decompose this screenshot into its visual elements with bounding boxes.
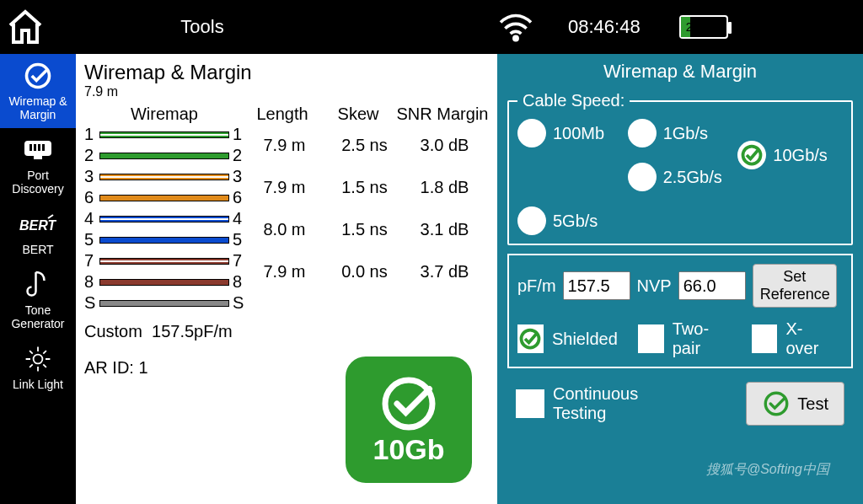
- speed-option-10gbs[interactable]: 10Gb/s: [737, 141, 843, 169]
- col-snr: SNR Margin: [396, 105, 489, 124]
- radio-icon: [517, 206, 546, 235]
- wire-row: SS: [84, 292, 244, 314]
- custom-value: 157.5pF/m: [152, 322, 233, 340]
- radio-icon: [517, 119, 546, 147]
- custom-label: Custom: [84, 322, 142, 340]
- sidebar-item-label: BERT: [22, 243, 53, 256]
- clock-value: 08:46:48: [568, 16, 641, 38]
- set-reference-button[interactable]: Set Reference: [753, 264, 837, 308]
- params-box: pF/m NVP Set Reference ShieldedTwo-pairX…: [507, 254, 853, 368]
- svg-text:BERT: BERT: [19, 218, 56, 233]
- checkbox-label: Two-pair: [673, 319, 732, 358]
- check-icon: [379, 374, 438, 433]
- test-button[interactable]: Test: [746, 382, 844, 426]
- link-icon: [19, 344, 56, 374]
- data-row: 8.0 m1.5 ns3.1 dB: [244, 208, 489, 250]
- pfm-label: pF/m: [517, 276, 556, 296]
- wire-row: 55: [84, 229, 244, 250]
- checkbox-xover[interactable]: [752, 324, 778, 353]
- main-panel: Wiremap & Margin 7.9 m Wiremap Length Sk…: [76, 54, 497, 504]
- home-icon[interactable]: [0, 0, 51, 54]
- bert-icon: BERT: [19, 209, 56, 239]
- tone-icon: [19, 270, 56, 300]
- wire-row: 33: [84, 166, 244, 187]
- sidebar-item-tone[interactable]: Tone Generator: [0, 263, 76, 337]
- data-row: 7.9 m1.5 ns1.8 dB: [244, 166, 489, 208]
- wire-row: 11: [84, 124, 244, 145]
- port-icon: [19, 135, 56, 165]
- checkbox-shielded[interactable]: [517, 324, 544, 353]
- sidebar-item-bert[interactable]: BERTBERT: [0, 202, 76, 263]
- nvp-label: NVP: [637, 276, 672, 296]
- wire-row: 22: [84, 145, 244, 166]
- data-row: 7.9 m0.0 ns3.7 dB: [244, 250, 489, 292]
- svg-point-9: [34, 355, 43, 364]
- sidebar: Wiremap & MarginPort DiscoveryBERTBERTTo…: [0, 54, 76, 504]
- nvp-input[interactable]: [678, 271, 746, 300]
- result-label: 10Gb: [373, 433, 444, 466]
- sidebar-item-wiremap[interactable]: Wiremap & Margin: [0, 54, 76, 128]
- svg-point-10: [385, 380, 432, 427]
- sidebar-item-label: Port Discovery: [2, 169, 74, 196]
- sidebar-item-port[interactable]: Port Discovery: [0, 128, 76, 202]
- col-wiremap: Wiremap: [84, 105, 244, 124]
- continuous-testing-label: Continuous Testing: [553, 384, 654, 423]
- sidebar-item-label: Tone Generator: [2, 303, 74, 330]
- svg-point-1: [27, 65, 50, 88]
- checkbox-label: Shielded: [552, 330, 618, 349]
- pfm-input[interactable]: [563, 271, 630, 300]
- continuous-testing-checkbox[interactable]: [516, 389, 544, 418]
- speed-legend: Cable Speed:: [517, 91, 630, 110]
- total-length: 7.9 m: [84, 84, 489, 99]
- test-button-label: Test: [797, 394, 828, 414]
- wire-row: 44: [84, 208, 244, 229]
- page-title: Tools: [76, 16, 329, 38]
- battery-percent: 21%: [686, 20, 710, 34]
- sidebar-item-label: Wiremap & Margin: [2, 94, 74, 121]
- svg-rect-5: [38, 144, 40, 151]
- continuous-testing-option[interactable]: Continuous Testing: [516, 384, 654, 423]
- wifi-icon: [497, 12, 534, 42]
- sidebar-item-link[interactable]: Link Light: [0, 337, 76, 398]
- col-skew: Skew: [320, 105, 396, 124]
- main-title: Wiremap & Margin: [84, 61, 489, 84]
- right-panel: Wiremap & Margin Cable Speed: 100Mb1Gb/s…: [497, 54, 863, 504]
- top-bar: Tools 08:46:48 21%: [0, 0, 863, 54]
- svg-point-13: [766, 393, 788, 415]
- cable-speed-fieldset: Cable Speed: 100Mb1Gb/s2.5Gb/s5Gb/s10Gb/…: [507, 91, 853, 245]
- wire-row: 88: [84, 271, 244, 292]
- radio-icon: [628, 119, 657, 147]
- result-badge: 10Gb: [346, 357, 472, 483]
- data-column: 7.9 m2.5 ns3.0 dB7.9 m1.5 ns1.8 dB8.0 m1…: [244, 124, 489, 314]
- speed-label: 10Gb/s: [773, 146, 827, 165]
- checkbox-label: X-over: [785, 319, 831, 358]
- sidebar-item-label: Link Light: [13, 378, 63, 391]
- watermark: 搜狐号@Softing中国: [706, 461, 829, 479]
- col-length: Length: [244, 105, 320, 124]
- data-row: 7.9 m2.5 ns3.0 dB: [244, 124, 489, 166]
- speed-label: 2.5Gb/s: [663, 168, 722, 187]
- speed-label: 5Gb/s: [553, 212, 598, 231]
- svg-rect-7: [34, 154, 42, 159]
- checkbox-twopair[interactable]: [638, 324, 664, 353]
- svg-rect-6: [42, 144, 45, 151]
- right-title: Wiremap & Margin: [507, 61, 853, 83]
- speed-label: 1Gb/s: [663, 124, 708, 143]
- svg-point-0: [514, 36, 517, 40]
- radio-icon: [737, 141, 766, 169]
- radio-icon: [628, 163, 657, 191]
- battery-indicator: 21%: [674, 15, 728, 39]
- wire-row: 77: [84, 250, 244, 271]
- speed-label: 100Mb: [553, 124, 604, 143]
- svg-rect-4: [34, 144, 36, 151]
- speed-option-1gbs[interactable]: 1Gb/s: [628, 119, 733, 147]
- wire-row: 66: [84, 187, 244, 208]
- speed-option-25gbs[interactable]: 2.5Gb/s: [628, 163, 733, 191]
- speed-option-100mb[interactable]: 100Mb: [517, 119, 623, 147]
- wiremap-icon: [19, 61, 56, 91]
- svg-rect-3: [29, 144, 32, 151]
- wires-column: 1122336644557788SS: [84, 124, 244, 314]
- speed-option-5gbs[interactable]: 5Gb/s: [517, 206, 623, 235]
